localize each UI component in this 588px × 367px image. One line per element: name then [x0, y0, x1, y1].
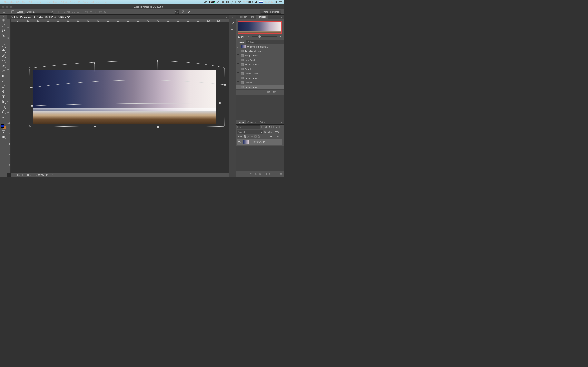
history-item[interactable]: Select Canvas — [236, 62, 284, 67]
zoom-out-icon[interactable] — [248, 35, 250, 38]
tool-brush[interactable] — [1, 54, 6, 58]
app-name[interactable]: Photoshop CC — [4, 1, 19, 3]
warp-grid-icon[interactable] — [11, 10, 15, 14]
document-tab-title[interactable]: Untitled_Panorama1 @ 12,5% (_DSC9679.JPG… — [10, 16, 72, 18]
tab-close-icon[interactable]: × — [7, 16, 10, 18]
menu-filter[interactable]: Filter — [70, 1, 75, 3]
tab-paths[interactable]: Paths — [258, 120, 267, 124]
zoom-button[interactable] — [10, 6, 12, 8]
status-notification-icon[interactable] — [279, 1, 282, 3]
layer-mask-icon[interactable] — [259, 173, 262, 175]
navigator-thumbnail[interactable] — [238, 21, 282, 34]
history-item[interactable]: Select Canvas — [236, 76, 284, 80]
filter-toggle[interactable] — [279, 126, 282, 128]
tool-gradient[interactable] — [1, 74, 6, 78]
tool-move[interactable] — [1, 18, 6, 22]
panel-menu-icon[interactable]: ≡ — [280, 121, 284, 124]
layer-row[interactable]: _DSC9679.JPG — [237, 139, 282, 145]
history-check[interactable] — [237, 54, 240, 57]
menu-type[interactable]: Type — [53, 1, 58, 3]
adjustment-layer-icon[interactable] — [264, 173, 267, 175]
warp-handle[interactable] — [29, 68, 30, 69]
toggle-warp-icon[interactable] — [175, 10, 179, 14]
status-temperature[interactable]: 43° — [209, 1, 215, 3]
dock-collapse-icon[interactable]: » — [232, 16, 233, 18]
tool-colors-swap-icon[interactable]: ⋯ — [1, 120, 6, 123]
history-item[interactable]: Merge Visible — [236, 53, 284, 58]
filter-shape-icon[interactable] — [271, 126, 274, 129]
lock-all-icon[interactable] — [258, 135, 260, 138]
history-item[interactable]: Deselect — [236, 80, 284, 85]
status-volume-icon[interactable] — [255, 1, 258, 3]
tab-histogram[interactable]: Histogram — [236, 15, 249, 19]
tool-type[interactable] — [1, 94, 6, 99]
menu-file[interactable]: File — [22, 1, 26, 3]
history-item[interactable]: Deselect — [236, 67, 284, 71]
tool-shape[interactable] — [1, 105, 6, 109]
warp-handle[interactable] — [30, 125, 31, 127]
status-bluetooth-icon[interactable] — [235, 1, 236, 4]
warp-handle[interactable] — [94, 126, 96, 127]
menu-help[interactable]: Help — [102, 1, 107, 3]
warp-orientation-icon[interactable] — [58, 10, 62, 14]
tab-layers[interactable]: Layers — [236, 120, 246, 124]
warp-handle[interactable] — [30, 87, 32, 89]
tool-eyedropper[interactable] — [1, 43, 6, 48]
history-check[interactable] — [237, 50, 240, 52]
history-check[interactable] — [237, 77, 240, 79]
status-drive-icon[interactable] — [217, 1, 220, 4]
history-check[interactable] — [237, 63, 240, 66]
h-value[interactable]: 0,0 — [85, 11, 88, 13]
tool-preset-icon[interactable] — [2, 10, 7, 14]
fill-value[interactable]: 100% — [274, 135, 279, 138]
opacity-value[interactable]: 100% — [274, 131, 279, 133]
panel-menu-icon[interactable]: ≡ — [280, 41, 284, 43]
tool-history-brush[interactable] — [1, 64, 6, 68]
tool-crop[interactable] — [1, 38, 6, 43]
blend-mode-select[interactable]: Normal — [237, 130, 263, 134]
warp-handle[interactable] — [224, 84, 226, 86]
commit-transform-icon[interactable] — [187, 10, 191, 14]
warp-mode-select[interactable]: Custom — [25, 10, 53, 14]
history-snapshot[interactable]: Untitled_Panorama1 — [236, 44, 284, 49]
minimize-button[interactable] — [6, 6, 8, 8]
tool-lasso[interactable] — [1, 28, 6, 33]
tool-path-select[interactable] — [1, 100, 6, 104]
filter-smart-icon[interactable] — [275, 126, 277, 129]
color-swatches[interactable] — [1, 124, 6, 129]
warp-handle[interactable] — [219, 102, 221, 104]
warp-handle[interactable] — [157, 60, 158, 62]
close-button[interactable] — [2, 6, 4, 8]
lock-artboard-icon[interactable] — [254, 135, 257, 138]
status-clock[interactable]: Чт 07:44 — [264, 1, 273, 3]
canvas-viewport[interactable] — [11, 22, 229, 173]
status-timemachine-icon[interactable] — [231, 1, 233, 4]
history-item[interactable]: Auto-Blend Layers — [236, 49, 284, 53]
zoom-in-icon[interactable] — [279, 35, 282, 38]
warp-handle[interactable] — [157, 126, 159, 128]
warp-handle[interactable] — [224, 126, 225, 127]
tool-quickmask[interactable] — [1, 130, 6, 134]
tool-eraser[interactable] — [1, 69, 6, 73]
new-doc-from-state-icon[interactable] — [267, 91, 270, 94]
visibility-icon[interactable] — [238, 141, 241, 143]
status-docsize[interactable]: Doc: 185,6M/247,5M — [27, 174, 48, 176]
dock-presets-icon[interactable] — [231, 28, 234, 31]
menu-image[interactable]: Image — [35, 1, 42, 3]
status-dropbox-icon[interactable] — [226, 1, 229, 3]
menu-layer[interactable]: Layer — [44, 1, 50, 3]
dock-brush-icon[interactable] — [231, 22, 234, 26]
history-check[interactable] — [237, 59, 240, 61]
warp-handle[interactable] — [31, 105, 33, 107]
history-item[interactable]: Delete Guide — [236, 71, 284, 76]
status-cloud-icon[interactable] — [221, 1, 224, 3]
menu-edit[interactable]: Edit — [29, 1, 33, 3]
tab-history[interactable]: History — [236, 40, 246, 44]
history-check[interactable] — [237, 81, 240, 84]
tab-channels[interactable]: Channels — [246, 120, 258, 124]
filter-image-icon[interactable] — [261, 126, 264, 129]
cancel-transform-icon[interactable] — [181, 10, 185, 14]
warp-handle[interactable] — [94, 63, 95, 64]
tab-actions[interactable]: Actions — [246, 40, 256, 44]
layer-fx-icon[interactable]: fx — [255, 173, 257, 175]
